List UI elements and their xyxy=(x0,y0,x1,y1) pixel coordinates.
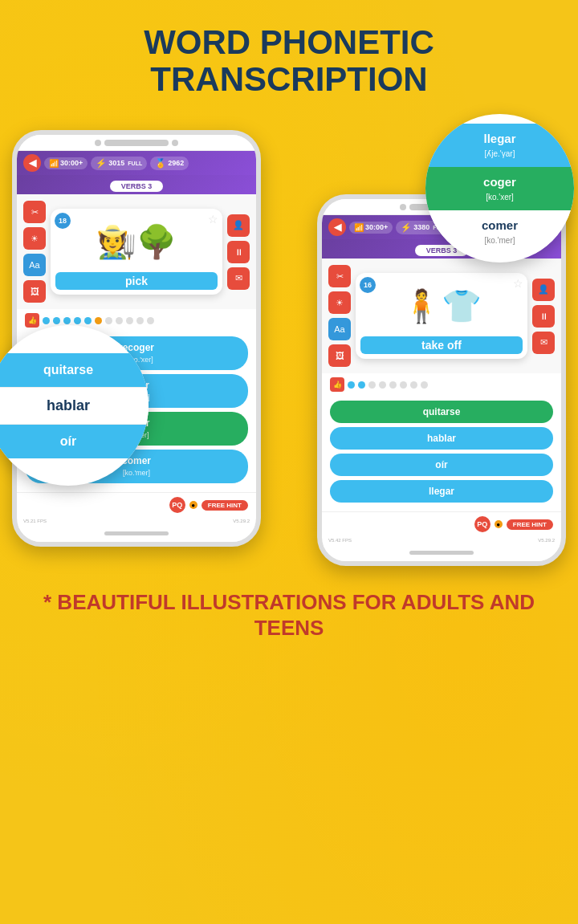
action-btn-r1[interactable]: 👤 xyxy=(532,279,555,301)
coins-badge-left: 🏅 2962 xyxy=(150,157,189,170)
tooltip-circle-right: llegar[ʎje.'γar] coger[ko.'xer] comer[ko… xyxy=(425,114,574,263)
answer-btn-r3[interactable]: oír xyxy=(330,454,553,476)
time-badge-left: 📶 30:00+ xyxy=(44,157,88,169)
rdot-2 xyxy=(358,381,365,389)
tool-btn-r3[interactable]: Aa xyxy=(328,318,351,340)
dot-7 xyxy=(105,317,112,324)
action-btn-r2[interactable]: ⏸ xyxy=(532,305,555,328)
dot-5 xyxy=(84,317,92,324)
card-star-left[interactable]: ☆ xyxy=(208,213,218,226)
time-badge-right: 📶 30:00+ xyxy=(349,222,393,234)
dot-11 xyxy=(147,317,154,324)
dot-9 xyxy=(126,317,133,324)
dot-6 xyxy=(95,317,102,324)
section-label-left: VERBS 3 xyxy=(110,181,164,192)
flashcard-right: 16 ☆ 🧍👕 take off xyxy=(356,273,527,359)
tooltip-llegar: llegar[ʎje.'γar] xyxy=(425,124,574,167)
hint-button-right[interactable]: FREE HINT xyxy=(507,519,553,530)
tool-btn-2[interactable]: ☀ xyxy=(23,227,46,250)
tool-btn-3[interactable]: Aa xyxy=(23,254,46,276)
action-btn-3[interactable]: ✉ xyxy=(227,267,250,290)
thumb-icon-right: 👍 xyxy=(330,377,344,392)
hint-dot-left: ● xyxy=(189,501,197,509)
rdot-6 xyxy=(400,381,407,389)
dot-8 xyxy=(116,317,123,324)
answer-btn-r2[interactable]: hablar xyxy=(330,427,553,450)
dot-10 xyxy=(136,317,144,324)
hint-dot-right: ● xyxy=(495,520,503,528)
rdot-3 xyxy=(368,381,376,389)
score-badge-left: ⚡ 3015 FULL xyxy=(91,157,147,170)
bottom-text: * BEAUTIFUL ILLUSTRATIONS FOR ADULTS AND… xyxy=(12,582,566,648)
thumb-icon-left: 👍 xyxy=(25,313,39,328)
tool-btn-r4[interactable]: 🖼 xyxy=(328,344,351,367)
dot-2 xyxy=(53,317,60,324)
tooltip-coger: coger[ko.'xer] xyxy=(425,167,574,210)
rdot-1 xyxy=(348,381,355,389)
card-star-right[interactable]: ☆ xyxy=(513,277,523,290)
home-bar-left[interactable] xyxy=(104,531,169,535)
dot-3 xyxy=(63,317,71,324)
card-illustration-left: 🧑‍🌾🌳 xyxy=(55,214,218,270)
hint-button-left[interactable]: FREE HINT xyxy=(201,500,248,511)
flashcard-left: 18 ☆ 🧑‍🌾🌳 pick xyxy=(51,209,222,295)
tooltip-hablar: hablar xyxy=(0,387,149,425)
version-label-left: V5.29.2 xyxy=(233,519,250,523)
card-word-right: take off xyxy=(360,336,523,354)
tool-btn-1[interactable]: ✂ xyxy=(23,201,46,223)
rdot-7 xyxy=(410,381,417,389)
back-button-right[interactable]: ◀ xyxy=(328,218,346,236)
hint-icon-right: PQ xyxy=(474,516,490,532)
rdot-5 xyxy=(389,381,397,389)
fps-label-left: V5.21 FPS xyxy=(23,519,47,523)
action-btn-1[interactable]: 👤 xyxy=(227,214,250,237)
tool-btn-4[interactable]: 🖼 xyxy=(23,280,46,303)
card-illustration-right: 🧍👕 xyxy=(360,278,523,334)
rdot-4 xyxy=(379,381,386,389)
dot-4 xyxy=(74,317,81,324)
answers-right: quitarse hablar oír llegar xyxy=(322,396,561,511)
tooltip-oir: oír xyxy=(0,425,149,458)
action-btn-r3[interactable]: ✉ xyxy=(532,332,555,354)
fps-label-right: V5.42 FPS xyxy=(328,538,352,543)
tool-btn-r1[interactable]: ✂ xyxy=(328,265,351,287)
answer-btn-r1[interactable]: quitarse xyxy=(330,401,553,423)
tooltip-quitarse: quitarse xyxy=(0,353,149,387)
rdot-8 xyxy=(421,381,428,389)
card-word-left: pick xyxy=(55,272,218,290)
tool-btn-r2[interactable]: ☀ xyxy=(328,291,351,314)
page-title: WORD PHONETIC TRANSCRIPTION xyxy=(12,16,566,106)
answer-btn-r4[interactable]: llegar xyxy=(330,480,553,503)
dot-1 xyxy=(43,317,50,324)
home-bar-right[interactable] xyxy=(409,551,474,555)
back-button-left[interactable]: ◀ xyxy=(23,154,41,172)
action-btn-2[interactable]: ⏸ xyxy=(227,241,250,263)
hint-icon-left: PQ xyxy=(169,497,185,513)
version-label-right: V5.29.2 xyxy=(538,538,555,543)
